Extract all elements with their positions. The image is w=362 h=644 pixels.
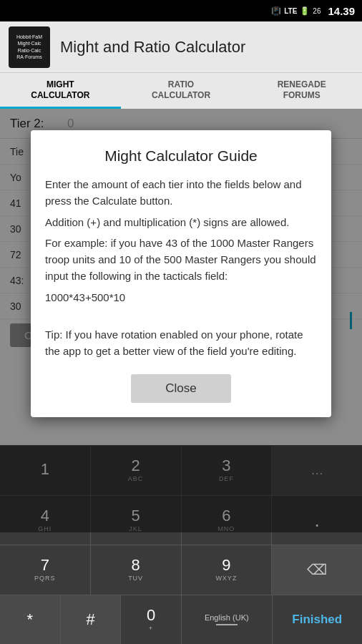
status-time: 14.39 — [328, 5, 355, 17]
keyboard-row-4: * # 0 + English (UK) Finished — [0, 595, 362, 645]
key-english[interactable]: English (UK) — [182, 595, 273, 645]
key-hash[interactable]: # — [61, 595, 122, 645]
dialog-close-button[interactable]: Close — [131, 374, 230, 403]
key-finished[interactable]: Finished — [273, 595, 362, 645]
key-9[interactable]: 9 WXYZ — [182, 545, 273, 595]
app-title: Might and Ratio Calculator — [60, 38, 245, 57]
dialog-title: Might Calculator Guide — [45, 147, 317, 165]
battery-icon: 🔋 — [300, 6, 310, 16]
main-content: Tier 2: 0 Tie Yo 20 41 30 72 43: 30 C Mi… — [0, 109, 362, 532]
guide-dialog: Might Calculator Guide Enter the amount … — [31, 130, 331, 417]
key-7[interactable]: 7 PQRS — [0, 545, 91, 595]
key-0[interactable]: 0 + — [121, 595, 182, 645]
tab-renegade-forums[interactable]: RENEGADE FORUMS — [241, 73, 362, 109]
app-logo: Hobbit·FaM Might·Calc Ratio·Calc RA·Foru… — [9, 26, 50, 68]
key-backspace[interactable]: ⌫ — [272, 545, 362, 595]
tab-might-calculator[interactable]: MIGHT CALCULATOR — [0, 73, 121, 109]
dialog-body: Enter the amount of each tier into the f… — [45, 176, 317, 360]
lte-icon: LTE — [284, 7, 297, 15]
key-star[interactable]: * — [0, 595, 61, 645]
app-logo-text: Hobbit·FaM Might·Calc Ratio·Calc RA·Foru… — [16, 34, 42, 59]
status-icons: 📳 LTE 🔋 26 — [271, 6, 321, 16]
tab-bar: MIGHT CALCULATOR RATIO CALCULATOR RENEGA… — [0, 73, 362, 109]
key-8[interactable]: 8 TUV — [91, 545, 182, 595]
dialog-btn-row: Close — [45, 374, 317, 403]
tab-ratio-calculator[interactable]: RATIO CALCULATOR — [121, 73, 242, 109]
status-bar: 📳 LTE 🔋 26 14.39 — [0, 0, 362, 21]
vibrate-icon: 📳 — [271, 6, 281, 16]
keyboard-row-3: 7 PQRS 8 TUV 9 WXYZ ⌫ — [0, 545, 362, 595]
dialog-overlay: Might Calculator Guide Enter the amount … — [0, 109, 362, 532]
battery-percent: 26 — [313, 7, 321, 15]
app-header: Hobbit·FaM Might·Calc Ratio·Calc RA·Foru… — [0, 21, 362, 73]
